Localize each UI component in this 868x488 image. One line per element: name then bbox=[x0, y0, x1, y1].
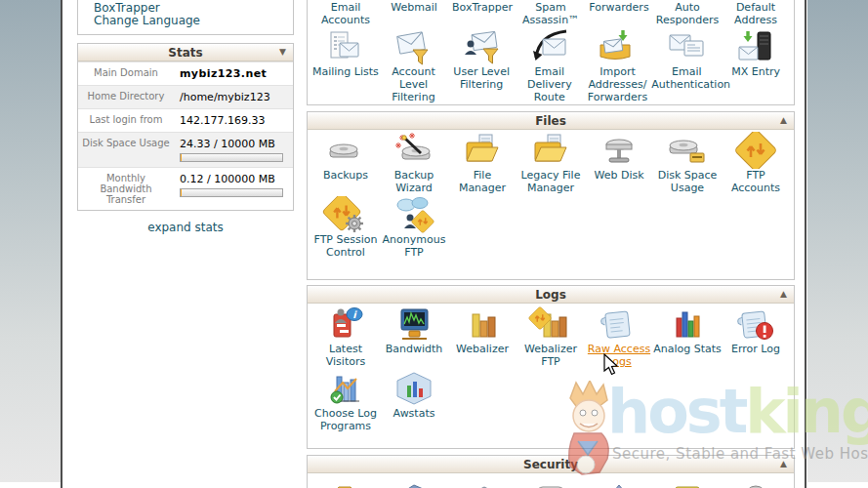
app-label[interactable]: Email Authentication bbox=[651, 65, 722, 91]
app-label[interactable]: Choose Log Programs bbox=[311, 407, 380, 432]
app-label[interactable]: Import Addresses/ Forwarders bbox=[584, 65, 652, 103]
stats-header[interactable]: Stats ▼ bbox=[78, 44, 293, 61]
app-label[interactable]: Webalizer bbox=[456, 343, 509, 355]
email-delivery-route-icon[interactable] bbox=[526, 28, 573, 65]
app-item-latest-visitors[interactable]: iLatest Visitors bbox=[311, 305, 380, 368]
sphere-partial-icon[interactable] bbox=[722, 479, 790, 488]
app-item-email-accounts[interactable]: Email Accounts bbox=[311, 1, 380, 26]
app-item-account-level-filtering[interactable]: Account Level Filtering bbox=[380, 28, 448, 103]
chevron-up-icon[interactable]: ▲ bbox=[780, 115, 787, 125]
app-item-import-addresses-forwarders[interactable]: Import Addresses/ Forwarders bbox=[584, 28, 652, 103]
mailing-lists-icon[interactable] bbox=[322, 28, 369, 65]
file-manager-icon[interactable] bbox=[459, 132, 506, 169]
app-label[interactable]: Account Level Filtering bbox=[380, 65, 448, 103]
app-label[interactable]: Anonymous FTP bbox=[380, 233, 448, 259]
app-item-error-log[interactable]: Error Log bbox=[722, 305, 790, 368]
app-label[interactable]: Backups bbox=[323, 169, 368, 182]
app-item-email-delivery-route[interactable]: Email Delivery Route bbox=[516, 28, 584, 103]
app-item-awstats[interactable]: Awstats bbox=[380, 370, 448, 432]
app-item-user-level-filtering[interactable]: User Level Filtering bbox=[447, 28, 516, 103]
app-label[interactable]: Email Accounts bbox=[311, 1, 380, 26]
web-disk-icon[interactable] bbox=[596, 132, 642, 169]
app-label[interactable]: Backup Wizard bbox=[380, 169, 448, 194]
app-item-webalizer[interactable]: Webalizer bbox=[448, 305, 517, 368]
backup-wizard-icon[interactable] bbox=[391, 132, 437, 169]
app-label[interactable]: Forwarders bbox=[589, 1, 648, 14]
section-header-logs[interactable]: Logs▲ bbox=[308, 286, 794, 304]
app-item-anonymous-ftp[interactable]: Anonymous FTP bbox=[380, 196, 448, 259]
app-label[interactable]: Spam Assassin™ bbox=[517, 1, 585, 26]
app-item-ftp-session-control[interactable]: FTP Session Control bbox=[311, 196, 380, 259]
app-label[interactable]: Default Address bbox=[722, 1, 790, 26]
raw-access-logs-icon[interactable] bbox=[596, 305, 642, 343]
app-label[interactable]: File Manager bbox=[448, 169, 517, 194]
analog-stats-icon[interactable] bbox=[664, 305, 711, 343]
app-item-file-manager[interactable]: File Manager bbox=[448, 132, 517, 194]
webalizer-icon[interactable] bbox=[459, 305, 506, 343]
app-item-spam-assassin[interactable]: Spam Assassin™ bbox=[517, 1, 585, 26]
app-item-mailing-lists[interactable]: Mailing Lists bbox=[311, 28, 380, 103]
app-label[interactable]: BoxTrapper bbox=[452, 1, 513, 14]
chevron-up-icon[interactable]: ▲ bbox=[780, 459, 787, 468]
anonymous-ftp-icon[interactable] bbox=[391, 196, 437, 233]
app-label[interactable]: Raw Access Logs bbox=[585, 343, 653, 368]
app-item-webalizer-ftp[interactable]: Webalizer FTP bbox=[517, 305, 585, 368]
app-label[interactable]: Auto Responders bbox=[653, 1, 722, 26]
disk-space-usage-icon[interactable] bbox=[664, 132, 711, 169]
app-item-bandwidth[interactable]: Bandwidth bbox=[380, 305, 448, 368]
app-label[interactable]: FTP Session Control bbox=[311, 233, 380, 259]
choose-log-programs-icon[interactable] bbox=[322, 370, 369, 407]
mx-entry-icon[interactable] bbox=[732, 28, 779, 65]
error-log-icon[interactable] bbox=[732, 305, 779, 343]
bandwidth-icon[interactable] bbox=[391, 305, 437, 343]
app-item-backups[interactable]: Backups bbox=[311, 132, 380, 194]
app-item-boxtrapper[interactable]: BoxTrapper bbox=[448, 1, 517, 26]
app-item-choose-log-programs[interactable]: Choose Log Programs bbox=[311, 370, 380, 432]
app-label[interactable]: Legacy File Manager bbox=[517, 169, 585, 194]
app-item-legacy-file-manager[interactable]: Legacy File Manager bbox=[517, 132, 585, 194]
app-label[interactable]: FTP Accounts bbox=[722, 169, 790, 194]
app-item-auto-responders[interactable]: Auto Responders bbox=[653, 1, 722, 26]
app-label[interactable]: Error Log bbox=[731, 343, 780, 355]
latest-visitors-icon[interactable]: i bbox=[322, 305, 369, 343]
email-authentication-icon[interactable] bbox=[663, 28, 710, 65]
app-label[interactable]: MX Entry bbox=[731, 65, 780, 78]
keys-partial-icon[interactable] bbox=[653, 479, 722, 488]
app-label[interactable]: Web Disk bbox=[594, 169, 643, 182]
section-header-files[interactable]: Files▲ bbox=[308, 112, 794, 130]
app-label[interactable]: Webalizer FTP bbox=[517, 343, 585, 368]
chevron-up-icon[interactable]: ▲ bbox=[780, 289, 787, 299]
slab-gray-partial-icon[interactable] bbox=[448, 479, 517, 488]
app-label[interactable]: Email Delivery Route bbox=[516, 65, 584, 103]
app-item-default-address[interactable]: Default Address bbox=[722, 1, 790, 26]
legacy-file-manager-icon[interactable] bbox=[527, 132, 574, 169]
webalizer-ftp-icon[interactable] bbox=[527, 305, 574, 343]
app-item-email-authentication[interactable]: Email Authentication bbox=[651, 28, 722, 103]
app-label[interactable]: Mailing Lists bbox=[312, 65, 379, 78]
app-item-raw-access-logs[interactable]: Raw Access Logs bbox=[585, 305, 653, 368]
backups-icon[interactable] bbox=[322, 132, 369, 169]
section-header-security[interactable]: Security▲ bbox=[308, 456, 794, 473]
chevron-down-icon[interactable]: ▼ bbox=[279, 47, 286, 57]
app-item-ftp-accounts[interactable]: FTP Accounts bbox=[722, 132, 790, 194]
app-label[interactable]: Analog Stats bbox=[653, 343, 722, 355]
app-item-forwarders[interactable]: Forwarders bbox=[585, 1, 653, 26]
folder-partial-icon[interactable] bbox=[311, 479, 380, 488]
app-label[interactable]: Latest Visitors bbox=[311, 343, 380, 368]
expand-stats-link[interactable]: expand stats bbox=[77, 221, 294, 234]
app-item-web-disk[interactable]: Web Disk bbox=[585, 132, 653, 194]
app-item-webmail[interactable]: Webmail bbox=[380, 1, 448, 26]
app-item-backup-wizard[interactable]: Backup Wizard bbox=[380, 132, 448, 194]
ftp-accounts-icon[interactable] bbox=[732, 132, 779, 169]
diamond-blue-partial-icon[interactable] bbox=[585, 479, 653, 488]
account-level-filtering-icon[interactable] bbox=[390, 28, 436, 65]
awstats-icon[interactable] bbox=[391, 370, 437, 407]
app-item-disk-space-usage[interactable]: Disk Space Usage bbox=[653, 132, 722, 194]
app-item-analog-stats[interactable]: Analog Stats bbox=[653, 305, 722, 368]
sidebar-link-change-language[interactable]: Change Language bbox=[94, 15, 287, 27]
user-level-filtering-icon[interactable] bbox=[458, 28, 505, 65]
oval-partial-icon[interactable] bbox=[517, 479, 585, 488]
app-label[interactable]: Webmail bbox=[391, 1, 437, 14]
slab-blue-partial-icon[interactable] bbox=[380, 479, 448, 488]
app-label[interactable]: Bandwidth bbox=[386, 343, 443, 355]
